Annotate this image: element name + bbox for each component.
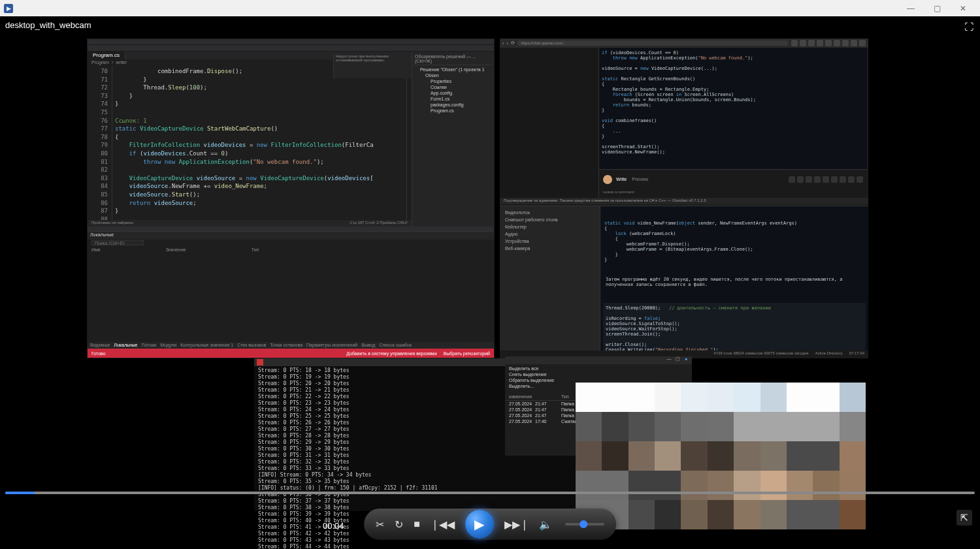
vs-output-panel[interactable]: Локальные Имя Значение Тип Видимые Локал… [88, 231, 494, 349]
fmt-icon[interactable] [823, 176, 829, 183]
vs-minimap[interactable] [406, 66, 412, 220]
webcam-pixel [602, 471, 628, 500]
vs-bottom-tabs[interactable]: Видимые Локальные Потоки Модули Контроль… [88, 342, 494, 349]
caret-pos: Стр 107 Стлб: 2 Пробелы CRLF [350, 221, 408, 226]
ctx-item[interactable]: Выделить все [509, 366, 688, 371]
col-date[interactable]: изменения [509, 394, 535, 399]
maximize-icon[interactable]: ▢ [674, 356, 681, 363]
webcam-pixel [681, 441, 707, 471]
tab-program[interactable]: Program.cs [88, 52, 125, 59]
ext-icon[interactable] [791, 40, 798, 46]
tab-preview[interactable]: Preview [632, 177, 648, 181]
ext-icon[interactable] [800, 40, 806, 46]
crumb-member[interactable]: writer [116, 60, 127, 65]
prev-button[interactable]: ❘◀◀ [431, 518, 455, 531]
sol-item[interactable]: Properties [415, 78, 491, 84]
ctx-item[interactable]: Снять выделение [509, 371, 688, 377]
player-controls: ✂ ↻ ■ ❘◀◀ ▶ ▶▶❘ 🔈 [364, 509, 616, 540]
fmt-icon[interactable] [848, 176, 855, 183]
close-button[interactable]: ✕ [950, 0, 976, 16]
ext-icon[interactable] [808, 40, 815, 46]
obsidian-outline[interactable]: ВидеопотокСнапшот рабочего столаКейлогге… [500, 206, 600, 351]
sol-item[interactable]: packages.config [415, 102, 491, 108]
vs-editor[interactable]: 7071727374757677787980818283848586878889… [88, 66, 412, 220]
minimize-button[interactable]: — [898, 0, 924, 16]
output-tab[interactable]: Потоки [141, 343, 156, 348]
status-source-control[interactable]: Добавить в систему управления версиями [346, 351, 436, 356]
ext-icon[interactable] [834, 40, 840, 46]
fmt-icon[interactable] [831, 176, 838, 183]
sol-project-header[interactable]: Решение "Obsen" (1 проекта 1 [415, 67, 491, 72]
answer-code: Thread.Sleep(20000); // длительность – с… [603, 303, 866, 351]
sol-tree[interactable]: Решение "Obsen" (1 проекта 1 ObsenProper… [414, 65, 493, 115]
volume-thumb[interactable] [580, 520, 587, 528]
ad-label: Active Directory [815, 351, 843, 358]
fmt-icon[interactable] [797, 176, 804, 183]
nav-reload-icon[interactable]: ⟳ [511, 40, 515, 46]
scrubber[interactable] [5, 492, 975, 494]
snapshot-button[interactable]: ✂ [376, 518, 384, 531]
ext-icon[interactable] [851, 40, 857, 46]
sol-item[interactable]: App.config [415, 90, 491, 96]
vs-solution-explorer[interactable]: Обозреватель решений — ... (Ctrl+Ж) Реше… [412, 52, 494, 227]
outline-item[interactable]: Кейлоггер [502, 223, 597, 230]
minimize-icon[interactable]: — [666, 356, 672, 363]
close-icon[interactable]: ● [683, 356, 689, 363]
chat-code[interactable]: if (videoDevices.Count == 0) throw new A… [599, 48, 867, 169]
fullscreen-icon[interactable]: ⛶ [964, 22, 973, 32]
webcam-pixel [813, 441, 839, 471]
output-tab[interactable]: Точки останова [270, 343, 302, 348]
tab-write[interactable]: Write [616, 177, 627, 181]
status-repo[interactable]: Выбрать репозиторий [444, 351, 490, 356]
nav-fwd-icon[interactable]: › [506, 41, 508, 46]
locals-search[interactable] [91, 240, 144, 245]
url-bar[interactable]: https://chat.openai.com/... [517, 40, 789, 46]
outline-item[interactable]: Веб-камера [502, 245, 597, 252]
output-tab[interactable]: Список ошибок [379, 343, 412, 348]
obsidian-content[interactable]: static void video_NewFrame(object sender… [600, 206, 868, 351]
output-tab[interactable]: Параметры исключений [306, 343, 357, 348]
vs-menubar[interactable] [88, 39, 494, 45]
sol-item[interactable]: Obsen [415, 72, 491, 78]
ext-icon[interactable] [825, 40, 832, 46]
outline-item[interactable]: Снапшот рабочего стола [502, 216, 597, 223]
outline-item[interactable]: Устройства [502, 238, 597, 245]
fmt-icon[interactable] [814, 176, 821, 183]
next-button[interactable]: ▶▶❘ [504, 518, 529, 531]
vs-toolbar[interactable] [88, 45, 494, 52]
output-tab[interactable]: Стек вызовов [237, 343, 266, 348]
output-tab[interactable]: Видимые [90, 343, 110, 348]
sol-item[interactable]: Program.cs [415, 108, 491, 114]
maximize-button[interactable]: ▢ [924, 0, 950, 16]
stop-button[interactable]: ■ [414, 518, 420, 530]
chat-input-field[interactable]: Leave a comment [599, 189, 867, 198]
video-area: desktop_with_webcam ⛶ Program.cs Program… [0, 16, 980, 549]
fmt-icon[interactable] [857, 176, 863, 183]
ext-icon[interactable] [859, 40, 866, 46]
webcam-pixel [655, 471, 681, 500]
mute-button[interactable]: 🔈 [539, 518, 552, 531]
play-button[interactable]: ▶ [465, 510, 494, 539]
vs-code[interactable]: combinedFrame.Dispose(); } Thread.Sleep(… [112, 66, 406, 220]
fmt-icon[interactable] [840, 176, 846, 183]
output-tab[interactable]: Вывод [361, 343, 375, 348]
ext-icon[interactable] [842, 40, 849, 46]
ext-icon[interactable] [817, 40, 823, 46]
output-tab[interactable]: Локальные [114, 343, 137, 348]
fmt-icon[interactable] [789, 176, 795, 183]
outline-item[interactable]: Аудио [502, 230, 597, 238]
nav-back-icon[interactable]: ‹ [502, 41, 504, 46]
loop-button[interactable]: ↻ [395, 518, 403, 531]
output-tab[interactable]: Модули [160, 343, 176, 348]
pip-icon[interactable]: ⇱ [956, 510, 972, 525]
webcam-pixel [787, 471, 813, 500]
sol-item[interactable]: Form1.cs [415, 96, 491, 102]
outline-item[interactable]: Видеопоток [502, 209, 597, 216]
webcam-pixel [760, 441, 787, 471]
volume-slider[interactable] [565, 523, 604, 525]
output-tab[interactable]: Контрольные значения 1 [180, 343, 233, 348]
fmt-icon[interactable] [806, 176, 812, 183]
crumb-class[interactable]: Program [91, 60, 109, 65]
col-time[interactable] [535, 394, 561, 399]
sol-item[interactable]: Ссылки [415, 84, 491, 90]
